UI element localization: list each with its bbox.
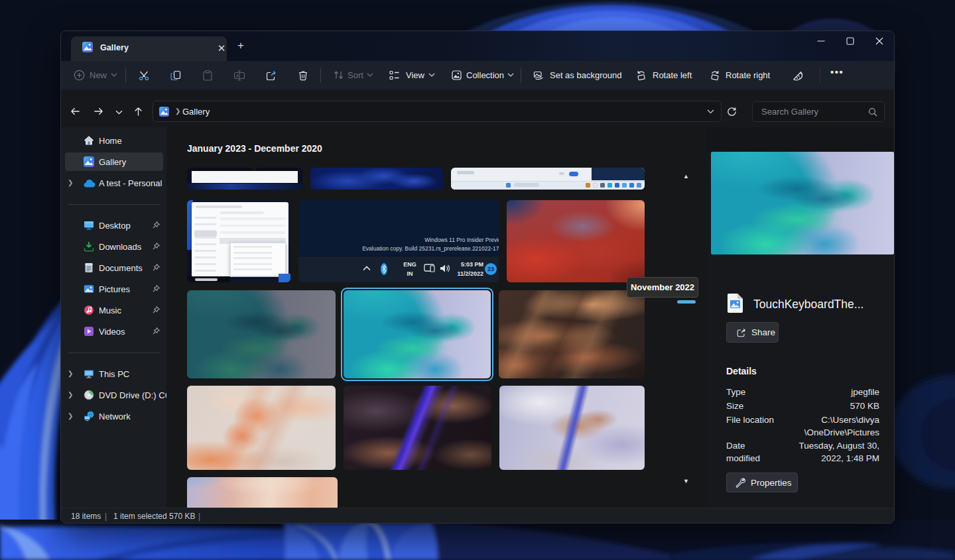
svg-text:A: A xyxy=(235,73,239,79)
